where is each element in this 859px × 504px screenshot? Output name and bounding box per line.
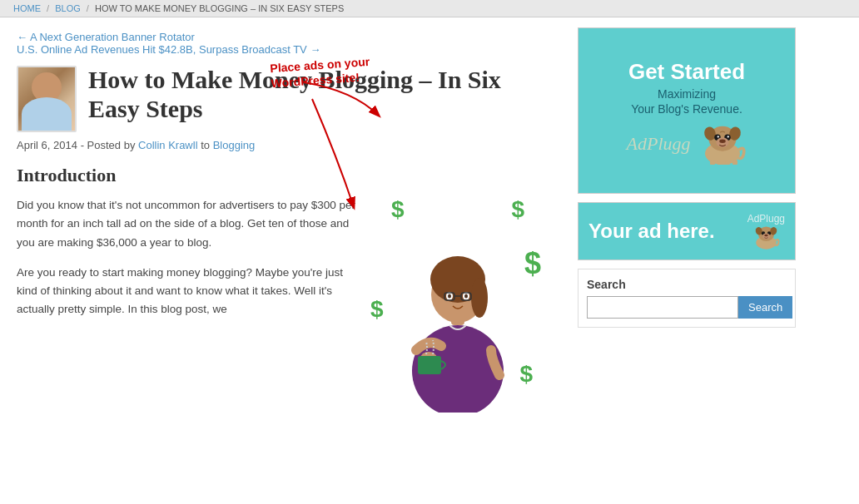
svg-point-35	[764, 235, 767, 237]
author-avatar	[17, 66, 77, 132]
dollar-sign-1: $	[391, 196, 405, 223]
svg-point-23	[719, 140, 726, 144]
breadcrumb-sep-2: /	[87, 3, 89, 13]
svg-rect-26	[725, 161, 730, 165]
svg-point-20	[717, 136, 718, 138]
content-area: A Next Generation Banner Rotator U.S. On…	[0, 17, 859, 426]
dollar-sign-4: $	[370, 296, 384, 323]
breadcrumb-bar: HOME / BLOG / HOW TO MAKE MONEY BLOGGING…	[0, 0, 859, 17]
svg-point-7	[448, 294, 451, 299]
ad-primary-title: Get Started	[628, 60, 745, 84]
sidebar: Get Started Maximizing Your Blog's Reven…	[566, 17, 807, 426]
breadcrumb-sep-1: /	[47, 3, 49, 13]
svg-point-8	[464, 294, 468, 299]
breadcrumb-home[interactable]: HOME	[13, 3, 41, 13]
main-content: A Next Generation Banner Rotator U.S. On…	[0, 17, 566, 426]
next-link-wrapper: U.S. Online Ad Revenues Hit $42.8B, Surp…	[17, 43, 549, 56]
svg-rect-24	[710, 161, 715, 166]
svg-rect-25	[717, 161, 722, 165]
prev-link-wrapper: A Next Generation Banner Rotator	[17, 31, 549, 43]
post-meta-posted: - Posted by	[81, 139, 136, 151]
introduction-section: Introduction $ $ $ $ $	[17, 165, 549, 319]
breadcrumb-current: HOW TO MAKE MONEY BLOGGING – IN SIX EASY…	[95, 3, 344, 13]
illustration-area: $ $ $ $ $	[366, 196, 549, 413]
section-heading: Introduction	[17, 165, 549, 186]
svg-point-4	[471, 278, 488, 318]
adplugg-logo-area: AdPlugg	[627, 123, 747, 165]
search-form: Search	[587, 296, 787, 319]
search-label: Search	[587, 278, 787, 291]
ad-primary-subtitle: Maximizing Your Blog's Revenue.	[631, 86, 742, 116]
pug-icon	[698, 123, 747, 165]
page-wrapper: HOME / BLOG / HOW TO MAKE MONEY BLOGGING…	[0, 0, 859, 504]
sidebar-ad-secondary[interactable]: Your ad here. AdPlugg	[578, 202, 796, 260]
prev-post-link[interactable]: A Next Generation Banner Rotator	[17, 31, 195, 43]
next-post-link[interactable]: U.S. Online Ad Revenues Hit $42.8B, Surp…	[17, 43, 320, 56]
nav-links: A Next Generation Banner Rotator U.S. On…	[17, 31, 549, 56]
annotation-container: Place ads on your WordPress site!	[17, 66, 549, 319]
svg-point-21	[727, 136, 728, 138]
adplugg-brand-text: AdPlugg	[627, 133, 691, 155]
search-widget: Search Search	[578, 269, 796, 328]
search-button[interactable]: Search	[738, 296, 792, 319]
ad-subtitle-line1: Maximizing	[658, 87, 716, 101]
svg-rect-13	[418, 356, 441, 374]
dollar-sign-2: $	[511, 196, 524, 223]
sidebar-ad-primary[interactable]: Get Started Maximizing Your Blog's Reven…	[578, 27, 796, 194]
post-meta: April 6, 2014 - Posted by Collin Krawll …	[17, 139, 549, 151]
ad-secondary-text: Your ad here.	[588, 220, 715, 243]
adplugg-small-brand: AdPlugg	[747, 213, 785, 225]
post-author-link[interactable]: Collin Krawll	[138, 139, 198, 151]
post-date: April 6, 2014	[17, 139, 77, 151]
post-meta-to: to	[201, 139, 210, 151]
svg-rect-27	[732, 161, 737, 166]
post-category-link[interactable]: Blogging	[213, 139, 256, 151]
small-pug-icon	[752, 225, 781, 250]
search-input[interactable]	[587, 296, 738, 319]
ad-subtitle-line2: Your Blog's Revenue.	[631, 102, 742, 116]
girl-illustration	[383, 230, 533, 413]
breadcrumb-blog[interactable]: BLOG	[55, 3, 81, 13]
